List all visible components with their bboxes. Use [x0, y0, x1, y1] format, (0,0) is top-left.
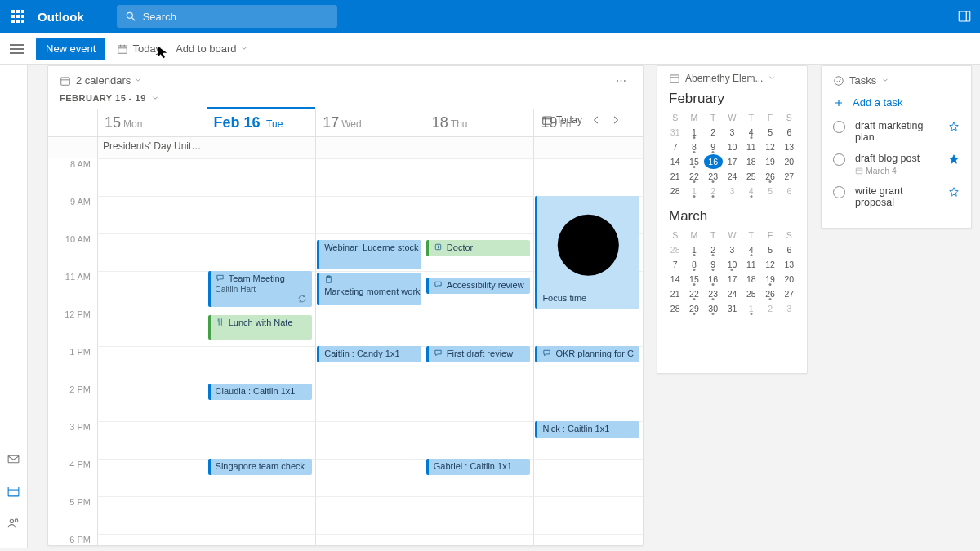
mini-day[interactable]: 23	[704, 287, 723, 301]
mini-day[interactable]: 6	[780, 125, 799, 140]
star-icon[interactable]	[948, 186, 960, 198]
mini-day[interactable]: 28	[666, 184, 684, 198]
mini-day[interactable]: 26	[760, 169, 779, 184]
mini-day[interactable]: 13	[780, 140, 799, 154]
event[interactable]: Marketing moment working meeting	[317, 273, 421, 305]
mini-day[interactable]: 18	[742, 154, 760, 169]
all-day-event[interactable]: Presidents' Day United	[97, 137, 207, 158]
mini-day[interactable]: 11	[742, 257, 760, 272]
nav-toggle-icon[interactable]	[10, 42, 24, 56]
event[interactable]: Singapore team check	[208, 459, 313, 475]
event[interactable]: Nick : Caitlin 1x1	[535, 421, 639, 438]
mini-day[interactable]: 6	[780, 184, 799, 198]
mini-day[interactable]: 30	[704, 301, 723, 316]
day-column[interactable]: Doctor Accessibility review First draft …	[425, 158, 534, 546]
mini-day[interactable]: 13	[780, 257, 799, 272]
mini-day[interactable]: 16	[704, 154, 723, 169]
mini-day[interactable]: 14	[666, 154, 684, 169]
mini-day[interactable]: 18	[742, 272, 760, 287]
new-event-button[interactable]: New event	[36, 38, 105, 60]
mini-day[interactable]: 17	[723, 272, 742, 287]
mini-day[interactable]: 1	[742, 301, 760, 316]
today-button[interactable]: Today	[117, 42, 161, 55]
mini-day[interactable]: 14	[666, 272, 684, 287]
mini-day[interactable]: 11	[742, 140, 760, 154]
event[interactable]: Webinar: Lucerne stock plan	[317, 240, 421, 269]
mini-day[interactable]: 10	[723, 140, 742, 154]
day-column[interactable]: Focus time OKR planning for C Nick : Cai…	[533, 158, 643, 546]
event[interactable]: Doctor	[426, 240, 531, 256]
people-icon[interactable]	[7, 516, 20, 530]
event[interactable]: OKR planning for C	[535, 346, 639, 362]
mini-day[interactable]: 5	[760, 242, 779, 257]
mini-day[interactable]: 24	[723, 169, 742, 184]
mini-day[interactable]: 1	[684, 242, 703, 257]
mini-day[interactable]: 16	[704, 272, 723, 287]
mini-day[interactable]: 9	[704, 140, 723, 154]
star-icon[interactable]	[948, 121, 960, 132]
mini-day[interactable]: 17	[723, 154, 742, 169]
mini-day[interactable]: 2	[704, 184, 723, 198]
mini-day[interactable]: 4	[742, 184, 760, 198]
mini-day[interactable]: 28	[666, 242, 684, 257]
mini-day[interactable]: 25	[742, 287, 760, 301]
panel-toggle-icon[interactable]	[957, 9, 972, 24]
more-actions-button[interactable]: ⋯	[612, 74, 631, 87]
task-complete-circle[interactable]	[833, 121, 845, 133]
mini-day[interactable]: 27	[780, 169, 799, 184]
event[interactable]: Focus time	[535, 196, 639, 309]
mini-day[interactable]: 23	[704, 169, 723, 184]
day-column[interactable]	[97, 158, 207, 546]
mini-day[interactable]: 19	[760, 272, 779, 287]
add-task-button[interactable]: Add a task	[822, 90, 971, 115]
mini-day[interactable]: 5	[760, 184, 779, 198]
mini-day[interactable]: 2	[704, 125, 723, 140]
app-launcher-icon[interactable]	[8, 7, 28, 26]
mini-day[interactable]: 20	[780, 272, 799, 287]
mini-day[interactable]: 15	[684, 272, 703, 287]
mini-day[interactable]: 31	[666, 125, 684, 140]
mini-day[interactable]: 7	[666, 140, 684, 154]
event[interactable]: Gabriel : Caitlin 1x1	[426, 459, 531, 475]
day-column[interactable]: Team Meeting Caitlin Hart Lunch with Nat…	[207, 158, 316, 546]
mini-calendar-selector[interactable]: Abernethy Elem...	[685, 73, 763, 84]
mini-day[interactable]: 27	[780, 287, 799, 301]
mini-day[interactable]: 26	[760, 287, 779, 301]
mini-day[interactable]: 21	[666, 169, 684, 184]
mini-day[interactable]: 21	[666, 287, 684, 301]
event[interactable]: Accessibility review	[426, 278, 531, 294]
day-header[interactable]: Feb 16 Tue	[207, 107, 316, 136]
mini-day[interactable]: 3	[723, 184, 742, 198]
task-item[interactable]: draft blog post March 4	[822, 148, 971, 180]
jump-today-button[interactable]: Today	[541, 114, 582, 126]
mini-day[interactable]: 3	[780, 301, 799, 316]
mini-day[interactable]: 2	[760, 301, 779, 316]
calendar-nav-icon[interactable]	[7, 484, 20, 498]
calendar-selector[interactable]: 2 calendars	[60, 74, 147, 87]
event[interactable]: Caitlin : Candy 1x1	[317, 346, 421, 362]
mini-day[interactable]: 5	[760, 125, 779, 140]
add-to-board-button[interactable]: Add to board	[176, 42, 252, 55]
event[interactable]: Claudia : Caitlin 1x1	[208, 384, 313, 400]
day-header[interactable]: 15Mon	[97, 109, 207, 136]
search-input[interactable]: Search	[117, 5, 337, 28]
star-icon[interactable]	[948, 153, 960, 165]
event[interactable]: First draft review	[426, 346, 531, 362]
mini-day[interactable]: 8	[684, 140, 703, 154]
mini-day[interactable]: 6	[780, 242, 799, 257]
mini-day[interactable]: 3	[723, 242, 742, 257]
day-header[interactable]: 18Thu	[425, 109, 534, 136]
next-week-icon[interactable]	[610, 114, 621, 126]
mini-day[interactable]: 8	[684, 257, 703, 272]
mini-day[interactable]: 19	[760, 154, 779, 169]
task-complete-circle[interactable]	[833, 186, 845, 198]
mail-icon[interactable]	[7, 452, 20, 466]
mini-day[interactable]: 2	[704, 242, 723, 257]
mini-day[interactable]: 9	[704, 257, 723, 272]
event[interactable]: Team Meeting Caitlin Hart	[208, 271, 313, 307]
mini-day[interactable]: 3	[723, 125, 742, 140]
mini-day[interactable]: 31	[723, 301, 742, 316]
day-column[interactable]: Webinar: Lucerne stock plan Marketing mo…	[315, 158, 425, 546]
mini-day[interactable]: 12	[760, 140, 779, 154]
mini-day[interactable]: 24	[723, 287, 742, 301]
